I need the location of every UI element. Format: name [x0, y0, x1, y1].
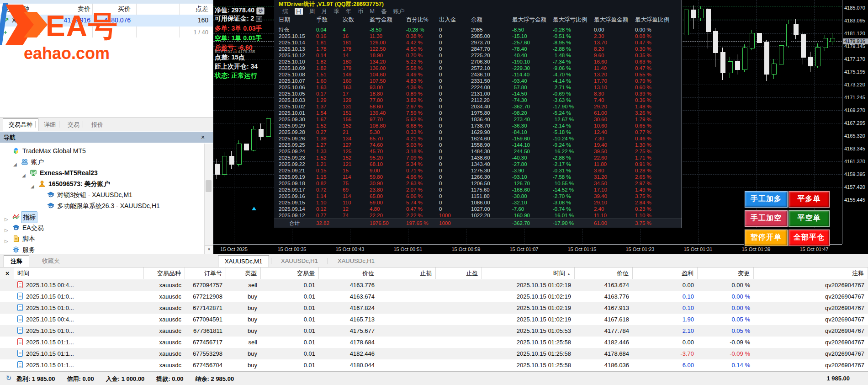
- tree-item-node[interactable]: ▷指标: [0, 211, 204, 222]
- buy-order-icon: [17, 350, 23, 357]
- orders-col-header-5[interactable]: 价位: [319, 267, 378, 279]
- order-row[interactable]: 2025.10.15 01:1...xauusdc677456717sell0.…: [0, 337, 868, 348]
- stats-cell: 31.20: [594, 174, 607, 180]
- stats-cell: 1484.30: [471, 148, 490, 155]
- order-row[interactable]: 2025.10.15 01:1...xauusdc677456704buy0.0…: [0, 359, 868, 371]
- stats-cell: 2025.10.14: [279, 39, 305, 46]
- orders-col-header-12[interactable]: 注释: [754, 267, 868, 279]
- orders-col-header-8[interactable]: 时间▲: [482, 267, 575, 279]
- stats-cell: 2725.20: [471, 52, 490, 59]
- button-暂停开单[interactable]: 暂停开单: [745, 230, 788, 246]
- orders-col-header-4[interactable]: 交易量: [261, 267, 319, 279]
- stats-panel-title: MTDriver统计 ,V1.9T (QQ群:286937757): [279, 0, 384, 8]
- tree-item-node[interactable]: ▷脚本: [0, 233, 204, 244]
- stats-menu-综[interactable]: 综: [282, 8, 288, 15]
- stats-cell: 21: [343, 129, 349, 135]
- order-row[interactable]: 2025.10.15 00:4...xauusdc677094757sell0.…: [0, 279, 868, 291]
- tree-item-ea[interactable]: ▷EA交易: [0, 222, 204, 233]
- order-row[interactable]: 2025.10.15 01:1...xauusdc677553298buy0.0…: [0, 348, 868, 359]
- tree-item-exnessmt5real23[interactable]: ◢Exness-MT5Real23: [0, 167, 204, 178]
- tree-item-3xauusdcm1[interactable]: 对锁3按钮 - XAUUSDc,M1: [0, 189, 204, 200]
- ea-info-badge-button[interactable]: √: [256, 16, 262, 22]
- chart-tab-2[interactable]: XAUUSDc,H1: [331, 255, 381, 267]
- stats-cell: 1086.00: [471, 199, 490, 206]
- tree-item-node[interactable]: 服务: [0, 244, 204, 254]
- col-symbol-header[interactable]: 交易品种: [4, 5, 29, 13]
- orders-col-header-1[interactable]: 交易品种: [144, 267, 185, 279]
- button-手工加空[interactable]: 手工加空: [745, 210, 788, 227]
- stats-menu-月[interactable]: 月: [322, 8, 328, 15]
- close-icon[interactable]: ×: [199, 132, 206, 142]
- stats-total-row: 合计32.821976.50197.65 %1000-362.70-17.90 …: [274, 219, 682, 227]
- stats-cell: 122.50: [370, 46, 386, 52]
- stats-menu-日[interactable]: 日: [295, 8, 303, 15]
- orders-col-header-9[interactable]: 价位: [575, 267, 633, 279]
- stats-cell: 2025.09.14: [279, 206, 305, 212]
- stats-cell: 2.97 %: [406, 103, 423, 110]
- stats-cell: 2572.10: [471, 65, 490, 71]
- stats-row: 2025.10.120.141418.900.70 %02725.20-40.4…: [274, 52, 682, 59]
- order-cell-3: sell: [226, 337, 261, 348]
- stats-cell: -362.70: [512, 103, 530, 110]
- ea-info-badge-button[interactable]: 秒: [256, 7, 265, 15]
- tree-item-node[interactable]: ◢账户: [0, 156, 204, 167]
- tab-交易[interactable]: 交易: [62, 119, 85, 131]
- order-row[interactable]: 2025.10.15 01:0...xauusdc677142871buy0.0…: [0, 302, 868, 314]
- tab-报价[interactable]: 报价: [86, 119, 109, 131]
- tab-详细[interactable]: 详细: [38, 119, 61, 131]
- order-row[interactable]: 2025.10.15 01:0...xauusdc677212908buy0.0…: [0, 291, 868, 302]
- stats-menu-周[interactable]: 周: [309, 8, 315, 15]
- chart-tab-1[interactable]: XAUUSDc,H1: [275, 255, 324, 267]
- stats-menu-账户[interactable]: 账户: [393, 8, 404, 15]
- navigator-tree: TradeMax Global MT5◢账户◢Exness-MT5Real23◢…: [0, 144, 204, 254]
- stats-row: 2025.09.191.1511459.804.96 %01266.30-93.…: [274, 174, 682, 180]
- navigator-scrollbar[interactable]: ▾: [204, 144, 213, 254]
- tab-交易品种[interactable]: 交易品种: [3, 118, 38, 131]
- order-cell-8: 2025.10.15 01:02:19: [482, 314, 575, 325]
- stats-cell: 1027.00: [471, 206, 490, 212]
- ea-info-line: 点差: 15点: [215, 53, 245, 62]
- stats-menu-备[interactable]: 备: [381, 8, 387, 15]
- orders-col-header-10[interactable]: 盈利: [633, 267, 698, 279]
- scroll-down-icon[interactable]: ▾: [205, 245, 213, 254]
- stats-menu-年[interactable]: 年: [346, 8, 352, 15]
- stats-cell: 127: [343, 142, 351, 148]
- button-全部平仓[interactable]: 全部平仓: [789, 230, 830, 246]
- navigator-titlebar: 导航 ×: [0, 132, 213, 143]
- col-spread-header[interactable]: 点差: [196, 5, 208, 13]
- orders-col-header-3[interactable]: 类型: [226, 267, 261, 279]
- tree-item-trademaxglobalmt5[interactable]: TradeMax Global MT5: [0, 145, 204, 156]
- orders-col-header-2[interactable]: 订单号: [185, 267, 226, 279]
- stats-cell: 0: [439, 148, 442, 155]
- market-watch-row-xauusdc[interactable]: ↗ XAUUSDc 4179.916 4180.076 160: [0, 15, 213, 27]
- order-cell-9: 4163.674: [575, 279, 633, 291]
- close-icon[interactable]: ×: [4, 270, 11, 277]
- add-symbol-row[interactable]: + 点击添加... 1 / 40: [0, 27, 213, 37]
- col-bid-header[interactable]: 卖价: [78, 5, 90, 13]
- orders-col-header-11[interactable]: 变更: [698, 267, 754, 279]
- tree-item-165096573[interactable]: ◢165096573: 美分账户: [0, 178, 204, 189]
- chart-tab-0[interactable]: XAUUSDc,M1: [218, 255, 269, 267]
- button-平空单[interactable]: 平空单: [789, 210, 830, 227]
- button-平多单[interactable]: 平多单: [789, 191, 830, 208]
- orders-col-header-0[interactable]: 时间: [14, 267, 144, 279]
- orders-col-header-7[interactable]: 止盈: [436, 267, 482, 279]
- order-row[interactable]: 2025.10.15 00:4...xauusdc677094591buy0.0…: [0, 314, 868, 325]
- stats-menu-季[interactable]: 季: [333, 8, 339, 15]
- button-手工加多[interactable]: 手工加多: [745, 191, 788, 208]
- tree-item-263xauusdch1[interactable]: 多功能跟单系统26.3 - XAUUSDc,H1: [0, 200, 204, 211]
- stats-cell: 126.00: [370, 39, 386, 46]
- orders-col-header-6[interactable]: 止损: [378, 267, 436, 279]
- scrollbar-thumb[interactable]: [206, 180, 212, 192]
- order-cell-3: sell: [226, 279, 261, 291]
- stats-cell: 0.60 %: [635, 84, 651, 91]
- order-cell-2: 677361811: [185, 325, 226, 337]
- stats-cell: 0.46 %: [635, 135, 651, 142]
- toolbox-tab-收藏夹[interactable]: 收藏夹: [36, 255, 66, 267]
- order-row[interactable]: 2025.10.15 01:0...xauusdc677361811buy0.0…: [0, 325, 868, 337]
- col-ask-header[interactable]: 买价: [118, 5, 131, 13]
- toolbox-tab-注释[interactable]: 注释: [4, 255, 29, 267]
- stats-menu-M[interactable]: M: [370, 8, 375, 15]
- stats-menu-币[interactable]: 币: [358, 8, 364, 15]
- order-cell-4: 0.01: [261, 325, 319, 337]
